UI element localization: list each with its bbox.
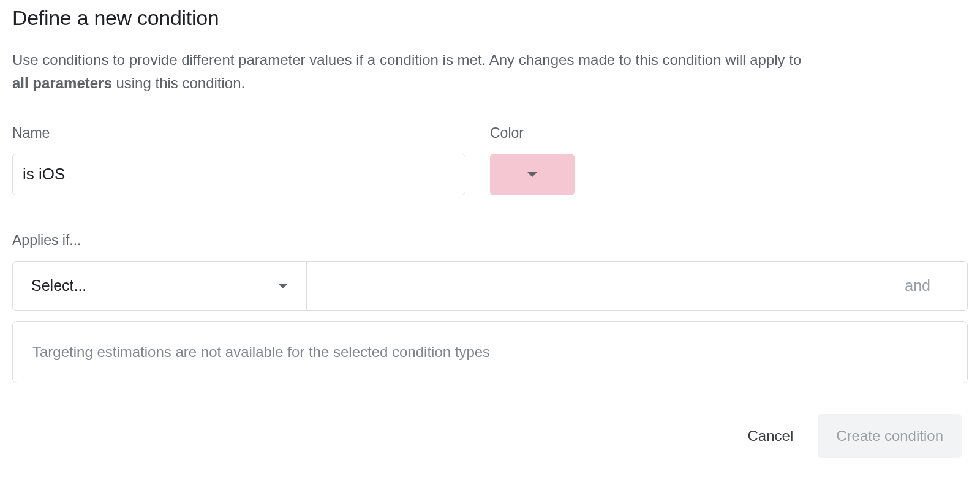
estimation-message: Targeting estimations are not available … [32,344,490,360]
select-placeholder-text: Select... [31,277,86,295]
condition-description: Use conditions to provide different para… [12,48,809,96]
description-post: using this condition. [112,75,245,91]
color-picker[interactable] [490,154,575,195]
applies-row: Select... and [12,261,968,311]
applies-label: Applies if... [12,232,968,249]
chevron-down-icon [278,284,288,288]
applies-value-area: and [307,262,967,310]
create-condition-button[interactable]: Create condition [818,414,962,458]
page-title: Define a new condition [12,6,968,30]
name-color-row: Name Color [12,125,968,195]
description-pre: Use conditions to provide different para… [12,51,801,68]
color-field-group: Color [490,125,575,195]
dialog-footer: Cancel Create condition [12,414,968,458]
chevron-down-icon [527,172,537,177]
estimation-box: Targeting estimations are not available … [12,321,968,383]
and-label[interactable]: and [905,277,930,295]
color-label: Color [490,125,575,141]
applies-section: Applies if... Select... and [12,232,968,311]
description-bold: all parameters [12,75,112,91]
condition-type-select[interactable]: Select... [13,262,307,310]
name-input[interactable] [12,154,466,195]
name-field-group: Name [12,125,466,195]
cancel-button[interactable]: Cancel [742,419,800,453]
name-label: Name [12,125,466,141]
